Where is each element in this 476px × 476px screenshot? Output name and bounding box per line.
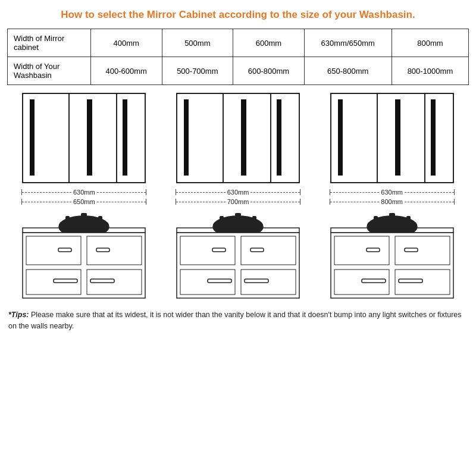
svg-rect-5 (123, 99, 127, 176)
svg-rect-44 (395, 99, 400, 176)
col5-washbasin: 800-1000mm (392, 57, 468, 85)
svg-rect-43 (338, 99, 343, 176)
dim2-label-3: 800mm (379, 198, 405, 205)
svg-rect-19 (90, 279, 114, 283)
mirror-cabinet-svg-1 (21, 92, 146, 186)
mirror-cabinet-svg-3 (330, 92, 455, 186)
svg-rect-34 (212, 248, 226, 252)
dim-row-1b: 650mm (21, 197, 146, 206)
svg-rect-55 (405, 248, 418, 252)
washbasin-svg-3 (330, 210, 455, 302)
col1-cabinet: 400mm (91, 29, 162, 57)
svg-rect-10 (98, 216, 102, 222)
col2-washbasin: 500-700mm (162, 57, 233, 85)
dim1-label-1: 630mm (71, 189, 97, 196)
washbasin-svg-1 (21, 210, 146, 302)
tips-prefix: *Tips: (8, 311, 29, 319)
row1-label: Width of Mirror cabinet (8, 29, 91, 57)
svg-rect-45 (431, 99, 436, 176)
svg-rect-48 (374, 216, 378, 222)
col2-cabinet: 500mm (162, 29, 233, 57)
svg-rect-30 (252, 216, 256, 222)
col3-washbasin: 600-800mm (233, 57, 305, 85)
svg-rect-24 (241, 99, 246, 176)
dim-row-2a: 630mm (176, 187, 300, 197)
svg-rect-33 (241, 236, 296, 265)
col4-washbasin: 650-800mm (304, 57, 392, 85)
dim-row-2b: 700mm (176, 197, 300, 206)
col3-cabinet: 600mm (233, 29, 305, 57)
row2-label: Width of Your Washbasin (8, 57, 91, 85)
dim-row-1a: 630mm (21, 187, 146, 197)
svg-rect-32 (180, 236, 235, 265)
svg-rect-54 (367, 248, 380, 252)
svg-rect-38 (208, 279, 231, 283)
svg-rect-9 (81, 213, 87, 221)
dim1-label-2: 630mm (226, 189, 251, 196)
svg-rect-15 (96, 248, 109, 252)
dim2-label-1: 650mm (71, 198, 97, 205)
dim-row-3b: 800mm (330, 197, 455, 206)
svg-rect-29 (235, 213, 241, 221)
svg-rect-3 (30, 99, 35, 176)
dim2-label-2: 700mm (226, 198, 251, 205)
tips-text: Please make sure that at its widest, it … (8, 311, 462, 330)
mirror-cabinet-svg-2 (176, 92, 300, 186)
svg-rect-53 (395, 236, 450, 265)
tips-section: *Tips: Please make sure that at its wide… (7, 309, 469, 332)
page-title: How to select the Mirror Cabinet accordi… (7, 6, 469, 24)
col5-cabinet: 800mm (392, 29, 468, 57)
svg-rect-49 (389, 213, 395, 221)
svg-rect-4 (87, 99, 92, 176)
diagrams-section: 630mm 650mm (7, 92, 469, 302)
svg-rect-50 (406, 216, 411, 222)
svg-rect-28 (220, 216, 224, 222)
size-table: Width of Mirror cabinet 400mm 500mm 600m… (7, 29, 469, 85)
col4-cabinet: 630mm/650mm (304, 29, 392, 57)
svg-rect-13 (87, 236, 142, 265)
dim-row-3a: 630mm (330, 187, 455, 197)
svg-rect-59 (399, 279, 422, 283)
diagram-1: 630mm 650mm (15, 92, 152, 302)
svg-rect-58 (362, 279, 386, 283)
svg-rect-8 (65, 216, 70, 222)
col1-washbasin: 400-600mm (91, 57, 162, 85)
diagram-2: 630mm 700mm (170, 92, 306, 302)
svg-rect-52 (334, 236, 389, 265)
svg-rect-23 (184, 99, 189, 176)
washbasin-svg-2 (176, 210, 300, 302)
svg-rect-18 (54, 279, 77, 283)
svg-rect-35 (250, 248, 264, 252)
svg-rect-14 (58, 248, 71, 252)
dim1-label-3: 630mm (379, 189, 405, 196)
svg-rect-12 (26, 236, 81, 265)
diagram-3: 630mm 800mm (324, 92, 461, 302)
svg-rect-39 (245, 279, 268, 283)
svg-rect-25 (277, 99, 281, 176)
